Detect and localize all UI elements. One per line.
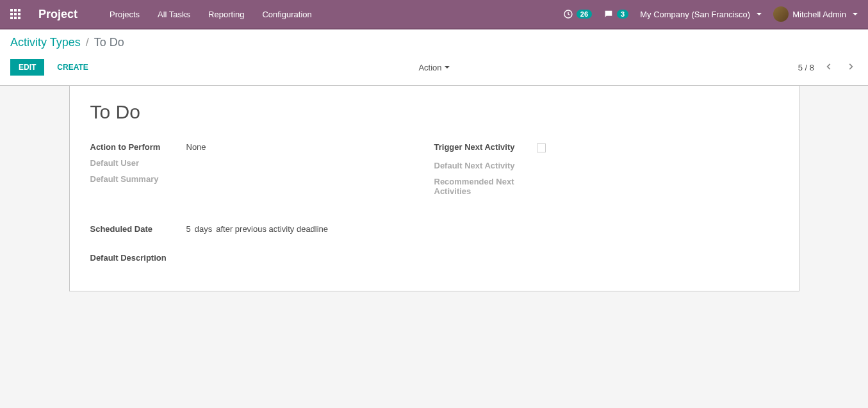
label-scheduled-date: Scheduled Date <box>90 223 186 235</box>
top-navbar: Project Projects All Tasks Reporting Con… <box>0 0 868 29</box>
form-left-col: Action to Perform None Default User Defa… <box>90 141 434 201</box>
nav-projects[interactable]: Projects <box>103 6 146 23</box>
app-brand[interactable]: Project <box>38 8 78 21</box>
form-right-col: Trigger Next Activity Default Next Activ… <box>434 141 778 201</box>
clock-icon <box>563 9 573 19</box>
nav-all-tasks[interactable]: All Tasks <box>151 6 197 23</box>
action-dropdown[interactable]: Action <box>418 63 449 72</box>
value-action-to-perform: None <box>186 141 206 153</box>
label-action-to-perform: Action to Perform <box>90 141 186 153</box>
value-trigger-next-activity <box>537 141 546 156</box>
edit-button[interactable]: Edit <box>10 59 44 76</box>
pager-next[interactable] <box>844 61 858 74</box>
user-menu[interactable]: Mitchell Admin <box>773 6 858 22</box>
scheduled-days: 5 <box>186 224 191 234</box>
form-sheet: To Do Action to Perform None Default Use… <box>69 86 799 291</box>
breadcrumb-sep: / <box>86 36 89 49</box>
messages-count: 3 <box>617 10 628 19</box>
scheduled-after: after previous activity deadline <box>216 224 328 234</box>
pager-prev[interactable] <box>822 61 836 74</box>
label-trigger-next-activity: Trigger Next Activity <box>434 141 537 153</box>
checkbox-unchecked-icon <box>537 143 546 152</box>
chat-icon <box>603 9 614 19</box>
label-recommended-next-activities: Recommended Next Activities <box>434 175 537 197</box>
chevron-left-icon <box>824 62 833 71</box>
cp-buttons: Edit Create <box>10 59 95 76</box>
activities-count: 26 <box>577 10 592 19</box>
content-area: To Do Action to Perform None Default Use… <box>0 86 868 291</box>
control-panel: Activity Types / To Do Edit Create Actio… <box>0 29 868 86</box>
nav-right: 26 3 My Company (San Francisco) Mitchell… <box>563 6 858 22</box>
messages-button[interactable]: 3 <box>603 9 628 19</box>
avatar <box>773 6 789 22</box>
activities-button[interactable]: 26 <box>563 9 592 19</box>
chevron-down-icon <box>757 13 762 15</box>
create-button[interactable]: Create <box>51 60 94 75</box>
apps-icon[interactable] <box>10 9 20 19</box>
company-switcher[interactable]: My Company (San Francisco) <box>640 10 762 19</box>
action-label: Action <box>418 63 441 72</box>
nav-menu: Projects All Tasks Reporting Configurati… <box>103 6 318 23</box>
breadcrumb-parent[interactable]: Activity Types <box>10 36 81 49</box>
label-default-description: Default Description <box>90 252 186 264</box>
breadcrumb-current: To Do <box>94 36 124 49</box>
record-title: To Do <box>90 101 778 123</box>
value-scheduled-date: 5 days after previous activity deadline <box>186 223 329 235</box>
breadcrumb: Activity Types / To Do <box>10 36 858 49</box>
pager-text: 5 / 8 <box>798 63 814 72</box>
nav-reporting[interactable]: Reporting <box>202 6 250 23</box>
company-name: My Company (San Francisco) <box>640 10 750 19</box>
scheduled-unit: days <box>195 224 212 234</box>
label-default-summary: Default Summary <box>90 173 186 185</box>
chevron-down-icon <box>445 66 450 69</box>
pager: 5 / 8 <box>798 61 858 74</box>
label-default-next-activity: Default Next Activity <box>434 159 537 172</box>
nav-configuration[interactable]: Configuration <box>256 6 318 23</box>
label-default-user: Default User <box>90 157 186 169</box>
chevron-right-icon <box>846 62 855 71</box>
user-name: Mitchell Admin <box>792 10 846 19</box>
chevron-down-icon <box>853 13 858 15</box>
